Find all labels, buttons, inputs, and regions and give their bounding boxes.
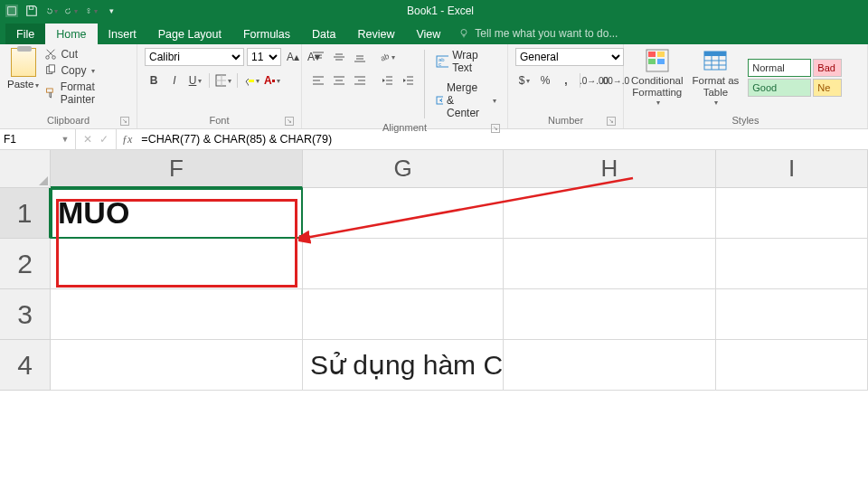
align-middle-icon[interactable] bbox=[330, 48, 348, 66]
align-bottom-icon[interactable] bbox=[351, 48, 369, 66]
cell-G4[interactable]: Sử dụng hàm CHAR trong Excel bbox=[303, 340, 504, 391]
name-box[interactable]: ▼ bbox=[0, 129, 76, 149]
increase-font-icon[interactable]: A▴ bbox=[284, 48, 302, 66]
col-header-G[interactable]: G bbox=[303, 150, 504, 188]
align-left-icon[interactable] bbox=[309, 71, 327, 90]
cell-I1[interactable] bbox=[716, 188, 868, 239]
formula-input[interactable] bbox=[137, 129, 868, 149]
underline-button[interactable]: U bbox=[186, 71, 204, 90]
svg-point-3 bbox=[461, 30, 467, 35]
col-header-F[interactable]: F bbox=[51, 150, 303, 188]
name-box-dropdown-icon[interactable]: ▼ bbox=[58, 135, 72, 144]
cell-G3[interactable] bbox=[303, 289, 504, 340]
worksheet[interactable]: F G H I 1 MUO 2 3 4 Sử dụng hàm CHAR tro… bbox=[0, 150, 868, 391]
number-dialog-launcher[interactable]: ↘ bbox=[607, 117, 616, 126]
decrease-decimal-icon[interactable]: .00→.0 bbox=[606, 71, 624, 90]
select-all-corner[interactable] bbox=[0, 150, 51, 188]
redo-icon[interactable] bbox=[65, 5, 78, 17]
row-header-2[interactable]: 2 bbox=[0, 239, 51, 289]
title-bar: ▾ Book1 - Excel bbox=[0, 0, 868, 22]
row-header-4[interactable]: 4 bbox=[0, 340, 51, 391]
format-painter-button[interactable]: Format Painter bbox=[44, 80, 129, 106]
decrease-indent-icon[interactable] bbox=[378, 71, 396, 90]
cell-I4[interactable] bbox=[716, 340, 868, 391]
cell-F4[interactable] bbox=[51, 340, 303, 391]
align-center-icon[interactable] bbox=[330, 71, 348, 90]
number-format-select[interactable]: General bbox=[515, 48, 624, 66]
wrap-icon: abc bbox=[436, 55, 449, 68]
paste-button[interactable]: Paste bbox=[7, 48, 39, 90]
align-right-icon[interactable] bbox=[351, 71, 369, 90]
tab-file[interactable]: File bbox=[5, 24, 45, 44]
bold-button[interactable]: B bbox=[145, 71, 163, 90]
save-icon[interactable] bbox=[25, 5, 38, 17]
borders-button[interactable] bbox=[214, 71, 232, 90]
tab-home[interactable]: Home bbox=[45, 24, 97, 44]
col-header-H[interactable]: H bbox=[504, 150, 716, 188]
cell-style-bad[interactable]: Bad bbox=[813, 59, 842, 77]
tell-me-search[interactable]: Tell me what you want to do... bbox=[451, 23, 625, 44]
font-size-select[interactable]: 11 bbox=[247, 48, 281, 66]
font-name-select[interactable]: Calibri bbox=[145, 48, 244, 66]
group-label-styles: Styles bbox=[631, 113, 860, 128]
italic-button[interactable]: I bbox=[165, 71, 184, 90]
increase-indent-icon[interactable] bbox=[399, 71, 417, 90]
cell-H4[interactable] bbox=[504, 340, 716, 391]
tab-review[interactable]: Review bbox=[346, 24, 405, 44]
cell-H2[interactable] bbox=[504, 239, 716, 289]
group-label-clipboard: Clipboard↘ bbox=[7, 113, 129, 128]
name-box-input[interactable] bbox=[0, 133, 58, 146]
wrap-text-button[interactable]: abcWrap Text bbox=[432, 48, 500, 75]
touch-mode-icon[interactable] bbox=[85, 5, 98, 17]
tab-insert[interactable]: Insert bbox=[98, 24, 147, 44]
font-dialog-launcher[interactable]: ↘ bbox=[285, 117, 294, 126]
paste-icon bbox=[11, 48, 36, 77]
svg-point-2 bbox=[88, 8, 90, 11]
cancel-formula-icon[interactable]: ✕ bbox=[83, 133, 92, 146]
enter-formula-icon[interactable]: ✓ bbox=[99, 133, 108, 146]
conditional-formatting-button[interactable]: Conditional Formatting bbox=[631, 48, 684, 108]
cell-I3[interactable] bbox=[716, 289, 868, 340]
merge-center-button[interactable]: Merge & Center bbox=[432, 80, 500, 120]
cell-H3[interactable] bbox=[504, 289, 716, 340]
cell-G1[interactable] bbox=[303, 188, 504, 239]
merge-icon bbox=[436, 94, 443, 107]
row-header-1[interactable]: 1 bbox=[0, 188, 51, 239]
tab-formulas[interactable]: Formulas bbox=[232, 24, 301, 44]
fx-icon[interactable]: ƒx bbox=[117, 129, 137, 149]
border-icon bbox=[215, 74, 226, 87]
cell-style-neutral[interactable]: Ne bbox=[813, 79, 842, 97]
cell-style-normal[interactable]: Normal bbox=[748, 59, 811, 77]
tab-data[interactable]: Data bbox=[301, 24, 346, 44]
orientation-button[interactable]: ab bbox=[378, 48, 396, 66]
comma-format-button[interactable]: , bbox=[557, 71, 575, 90]
svg-text:c: c bbox=[439, 61, 441, 67]
cell-I2[interactable] bbox=[716, 239, 868, 289]
qat-customize-icon[interactable]: ▾ bbox=[105, 5, 118, 17]
group-label-number: Number↘ bbox=[515, 113, 616, 128]
cell-F2[interactable] bbox=[51, 239, 303, 289]
tab-page-layout[interactable]: Page Layout bbox=[147, 24, 232, 44]
ribbon: Paste Cut Copy Format Painter Clipboard↘… bbox=[0, 44, 868, 129]
accounting-format-button[interactable]: $ bbox=[515, 71, 533, 90]
format-as-table-button[interactable]: Format as Table bbox=[693, 48, 740, 108]
cell-H1[interactable] bbox=[504, 188, 716, 239]
align-top-icon[interactable] bbox=[309, 48, 327, 66]
cell-G2[interactable] bbox=[303, 239, 504, 289]
fill-color-button[interactable] bbox=[242, 71, 260, 90]
undo-icon[interactable] bbox=[45, 5, 58, 17]
cell-F1[interactable]: MUO bbox=[51, 188, 303, 239]
alignment-dialog-launcher[interactable]: ↘ bbox=[491, 124, 500, 133]
cell-style-good[interactable]: Good bbox=[748, 79, 811, 97]
percent-format-button[interactable]: % bbox=[536, 71, 554, 90]
cut-button[interactable]: Cut bbox=[44, 48, 129, 61]
clipboard-dialog-launcher[interactable]: ↘ bbox=[120, 117, 129, 126]
scissors-icon bbox=[44, 48, 57, 61]
col-header-I[interactable]: I bbox=[716, 150, 868, 188]
font-color-button[interactable]: A bbox=[263, 71, 281, 90]
tab-view[interactable]: View bbox=[405, 24, 451, 44]
cell-F3[interactable] bbox=[51, 289, 303, 340]
svg-rect-43 bbox=[657, 52, 665, 57]
copy-button[interactable]: Copy bbox=[44, 64, 129, 77]
row-header-3[interactable]: 3 bbox=[0, 289, 51, 340]
